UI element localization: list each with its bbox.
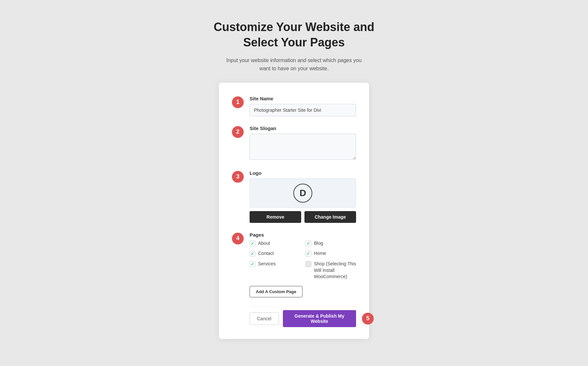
logo-circle: D: [293, 184, 312, 203]
logo-label: Logo: [250, 170, 356, 176]
page-item-home[interactable]: ✓ Home: [305, 250, 356, 257]
logo-buttons: Remove Change Image: [250, 211, 356, 223]
step1-badge: 1: [232, 96, 244, 108]
checkbox-shop[interactable]: [305, 261, 311, 267]
pages-label: Pages: [250, 232, 356, 238]
step2-section: 2 Site Slogan: [250, 125, 356, 161]
step4-content: Pages ✓ About ✓ Blog: [250, 232, 356, 297]
page-item-contact[interactable]: ✓ Contact: [250, 250, 300, 257]
checkbox-contact[interactable]: ✓: [250, 251, 255, 257]
page-item-blog[interactable]: ✓ Blog: [305, 240, 356, 247]
site-name-label: Site Name: [250, 96, 356, 101]
step4-badge: 4: [232, 233, 244, 244]
site-slogan-label: Site Slogan: [250, 125, 356, 131]
step2-badge: 2: [232, 126, 244, 138]
step1-section: 1 Site Name: [250, 96, 356, 116]
page-title: Customize Your Website and Select Your P…: [214, 20, 374, 50]
checkbox-blog[interactable]: ✓: [305, 241, 311, 246]
page-label-shop: Shop (Selecting This Will Install WooCom…: [314, 261, 356, 280]
remove-logo-button[interactable]: Remove: [250, 211, 301, 223]
step2-content: Site Slogan: [250, 125, 356, 161]
main-card: 1 Site Name 2 Site Slogan 3 Logo D: [219, 83, 369, 339]
page-label-services: Services: [258, 261, 276, 267]
page-label-contact: Contact: [258, 250, 274, 257]
page-label-blog: Blog: [314, 240, 323, 247]
page-header: Customize Your Website and Select Your P…: [214, 20, 374, 73]
page-item-services[interactable]: ✓ Services: [250, 261, 300, 280]
page-subtitle: Input your website information and selec…: [222, 56, 366, 73]
page-item-about[interactable]: ✓ About: [250, 240, 300, 247]
checkbox-services[interactable]: ✓: [250, 261, 255, 267]
step1-content: Site Name: [250, 96, 356, 116]
cancel-button[interactable]: Cancel: [250, 312, 279, 325]
site-slogan-textarea[interactable]: [250, 134, 356, 160]
step5-badge: 5: [362, 313, 374, 324]
checkbox-about[interactable]: ✓: [250, 241, 255, 246]
page-item-shop[interactable]: Shop (Selecting This Will Install WooCom…: [305, 261, 356, 280]
step4-section: 4 Pages ✓ About ✓: [250, 232, 356, 297]
page-label-home: Home: [314, 250, 326, 257]
add-custom-page-button[interactable]: Add A Custom Page: [250, 286, 302, 297]
footer-row: Cancel Generate & Publish My Website 5: [250, 307, 356, 327]
site-name-input[interactable]: [250, 104, 356, 116]
page-label-about: About: [258, 240, 270, 247]
checkbox-home[interactable]: ✓: [305, 251, 311, 257]
step3-content: Logo D Remove Change Image: [250, 170, 356, 223]
step3-section: 3 Logo D Remove Change Image: [250, 170, 356, 223]
step3-badge: 3: [232, 171, 244, 183]
pages-grid: ✓ About ✓ Blog ✓: [250, 240, 356, 280]
change-image-button[interactable]: Change Image: [304, 211, 356, 223]
publish-button[interactable]: Generate & Publish My Website: [283, 310, 356, 327]
logo-preview: D: [250, 178, 356, 208]
